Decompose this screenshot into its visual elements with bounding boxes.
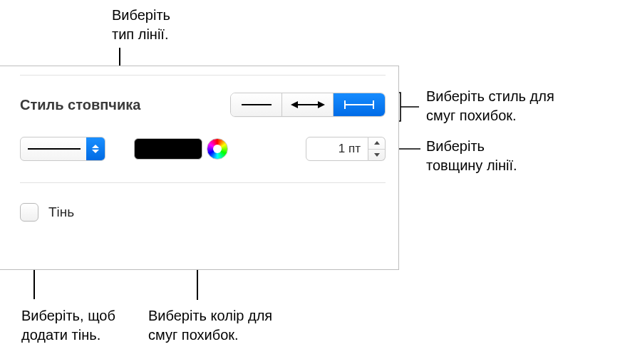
stepper-up[interactable] — [368, 137, 385, 150]
segment-line[interactable] — [231, 93, 282, 116]
callout-thickness: Виберіть товщину лінії. — [426, 137, 517, 175]
style-panel: Стиль стовпчика — [0, 66, 399, 270]
line-type-preview — [28, 148, 81, 150]
thickness-stepper[interactable] — [368, 137, 386, 161]
svg-marker-3 — [318, 101, 325, 108]
callout-color: Виберіть колір для смуг похибок. — [148, 306, 272, 345]
color-wheel-icon[interactable] — [207, 138, 228, 160]
shadow-checkbox[interactable] — [20, 203, 38, 222]
segment-ibeam[interactable] — [334, 93, 385, 116]
popup-arrows-icon — [86, 137, 105, 160]
shadow-label: Тінь — [48, 204, 74, 220]
callout-style: Виберіть стиль для смуг похибок. — [426, 87, 554, 125]
thickness-field[interactable]: 1 пт — [306, 137, 368, 161]
stepper-down[interactable] — [368, 150, 385, 161]
callout-shadow: Виберіть, щоб додати тінь. — [21, 306, 115, 345]
line-type-popup[interactable] — [20, 137, 105, 161]
error-bar-style-segmented[interactable] — [230, 93, 386, 117]
section-title: Стиль стовпчика — [20, 97, 140, 113]
color-swatch[interactable] — [134, 138, 202, 160]
svg-marker-2 — [291, 101, 298, 108]
callout-line-type: Виберіть тип лінії. — [112, 6, 170, 44]
segment-arrow[interactable] — [282, 93, 334, 116]
